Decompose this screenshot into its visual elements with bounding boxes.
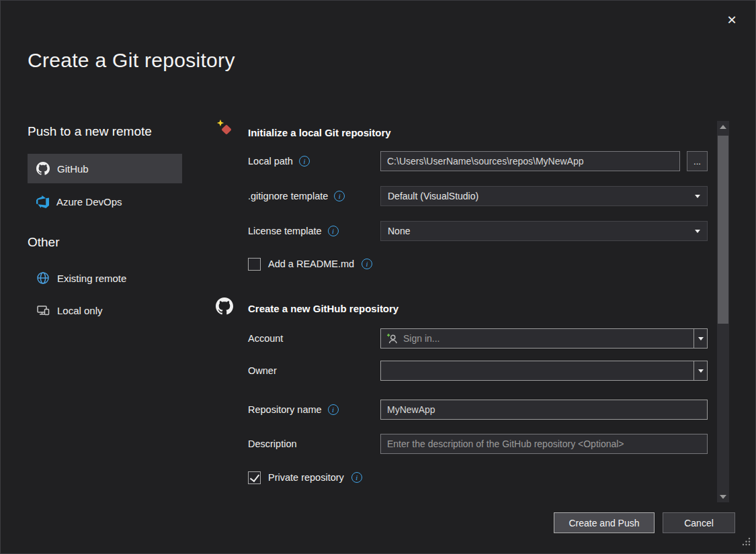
info-icon[interactable]: i [328,404,339,415]
local-path-label: Local path i [248,151,310,171]
resize-grip[interactable] [742,537,751,549]
sidebar-item-azure-devops[interactable]: Azure DevOps [28,187,182,216]
owner-combo[interactable] [380,361,708,381]
info-icon[interactable]: i [351,472,362,483]
push-remote-heading: Push to a new remote [28,124,152,139]
close-icon[interactable]: ✕ [722,10,742,30]
private-repository-checkbox[interactable] [248,471,261,484]
scrollbar[interactable] [717,121,729,502]
computer-icon [36,304,50,317]
account-dropdown-button[interactable] [694,329,707,348]
license-label: License template i [248,221,339,241]
chevron-down-icon [698,337,704,340]
sidebar-item-label: Existing remote [57,273,126,284]
owner-label: Owner [248,361,277,381]
license-dropdown[interactable]: None [380,221,708,241]
sidebar-item-label: GitHub [57,163,89,175]
azure-devops-icon [36,195,49,208]
sidebar-item-existing-remote[interactable]: Existing remote [28,265,182,291]
chevron-down-icon [695,195,700,198]
github-section-icon [216,297,233,318]
scrollbar-thumb[interactable] [718,136,728,324]
account-label: Account [248,328,283,349]
sidebar-item-label: Local only [57,305,103,316]
dialog-title: Create a Git repository [28,49,235,72]
info-icon[interactable]: i [328,226,339,236]
sidebar-item-label: Azure DevOps [56,196,122,207]
description-input[interactable] [380,434,708,454]
init-repo-icon [216,119,234,140]
private-repository-label: Private repository [268,472,344,483]
info-icon[interactable]: i [299,156,310,167]
readme-row: Add a README.md i [248,257,372,271]
create-git-repository-dialog: ✕ Create a Git repository Push to a new … [0,0,756,554]
info-icon[interactable]: i [334,191,345,201]
github-icon [36,162,50,175]
description-label: Description [248,434,297,454]
owner-dropdown-button[interactable] [694,361,707,380]
chevron-down-icon [695,230,700,233]
sidebar-item-github[interactable]: GitHub [28,154,182,183]
chevron-down-icon [698,369,704,373]
create-and-push-button[interactable]: Create and Push [554,512,655,533]
repository-name-input[interactable] [380,400,708,420]
gitignore-label: .gitignore template i [248,186,345,206]
globe-icon [36,271,50,285]
gitignore-value: Default (VisualStudio) [388,191,478,201]
init-section-heading: Initialize a local Git repository [248,124,391,140]
account-combo[interactable]: Sign in... [380,328,708,349]
license-value: None [388,226,410,236]
local-path-input[interactable] [380,151,680,171]
readme-checkbox[interactable] [248,258,261,271]
account-value: Sign in... [403,333,439,344]
readme-label: Add a README.md [268,259,354,269]
scroll-down-icon[interactable] [717,491,729,502]
cancel-button[interactable]: Cancel [663,512,735,533]
sign-in-person-icon [386,333,398,344]
scroll-up-icon[interactable] [717,121,729,132]
account-combo-main: Sign in... [381,329,694,348]
owner-combo-main [381,361,694,380]
github-section-heading: Create a new GitHub repository [248,300,398,316]
other-heading: Other [28,235,60,250]
private-repo-row: Private repository i [248,470,362,485]
sidebar-item-local-only[interactable]: Local only [28,297,182,323]
repository-name-label: Repository name i [248,400,339,420]
info-icon[interactable]: i [362,259,372,269]
browse-button[interactable]: ... [687,151,708,171]
gitignore-dropdown[interactable]: Default (VisualStudio) [380,186,708,206]
